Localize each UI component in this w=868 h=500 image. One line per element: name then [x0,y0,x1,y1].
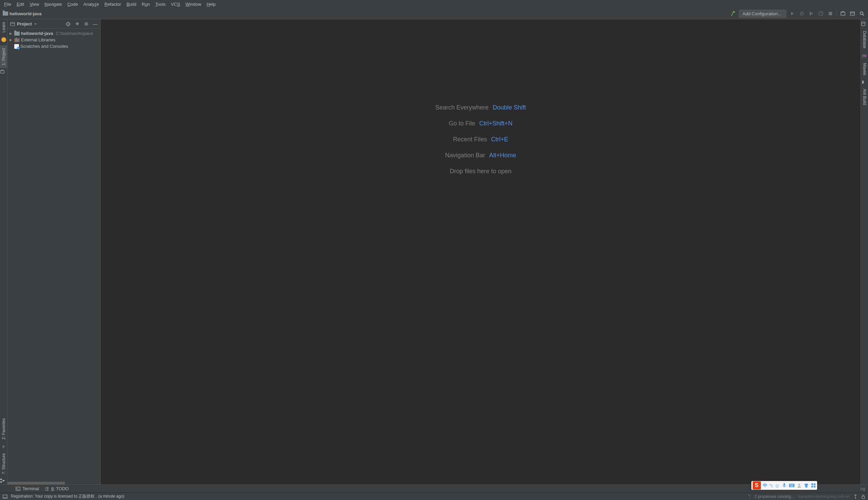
expand-arrow-icon[interactable]: ▶ [10,38,13,42]
run-button[interactable] [789,10,796,17]
ime-lang-button[interactable]: 中 [763,482,767,488]
run-config-dropdown[interactable]: Add Configuration... [739,10,786,18]
todo-tab[interactable]: 6: TODO [44,486,69,491]
menu-vcs[interactable]: VCS [168,0,183,8]
locate-icon[interactable] [66,21,71,27]
project-panel-title[interactable]: Project [17,21,32,26]
collapse-all-icon[interactable] [75,21,80,27]
expand-arrow-icon[interactable]: ▶ [10,32,13,35]
svg-line-5 [803,14,803,15]
search-everywhere-button[interactable] [858,10,865,17]
menu-tools[interactable]: Tools [153,0,168,8]
tree-libs-row[interactable]: ▶ External Libraries [8,37,100,43]
hint-goto-file: Go to File Ctrl+Shift+N [449,120,512,127]
debug-button[interactable] [799,10,805,17]
tree-root-name: helloworld-java [21,31,53,36]
profile-button[interactable] [818,10,824,17]
svg-rect-63 [855,495,856,496]
ime-emoji-button[interactable]: ☺ [775,483,780,488]
maven-tab[interactable]: Maven [861,60,868,78]
menu-build[interactable]: Build [124,0,139,8]
stop-button[interactable] [827,10,834,17]
svg-line-7 [821,13,822,13]
menu-view[interactable]: View [27,0,42,8]
structure-tab[interactable]: 7: Structure [0,451,7,477]
menu-help[interactable]: Help [204,0,218,8]
menu-edit[interactable]: Edit [14,0,27,8]
hide-icon[interactable]: — [93,21,98,27]
favorites-tab[interactable]: 2: Favorites [0,416,7,442]
menu-navigate[interactable]: Navigate [42,0,65,8]
ime-logo[interactable]: S [753,481,761,489]
ime-toolbox-button[interactable] [811,483,816,488]
chevron-down-icon[interactable]: ▼ [34,22,37,26]
tree-scratches-row[interactable]: Scratches and Consoles [8,43,100,49]
svg-line-36 [85,25,85,25]
menu-analyze[interactable]: Analyze [81,0,102,8]
svg-point-29 [86,23,87,24]
event-log-tab[interactable]: og [860,486,865,491]
project-panel-header: Project ▼ — [8,19,100,29]
menu-code[interactable]: Code [65,0,81,8]
svg-rect-77 [814,484,815,485]
hint-search-everywhere: Search Everywhere Double Shift [435,104,526,111]
tree-root-row[interactable]: ▶ helloworld-java C:\tools\workspace [8,30,100,37]
learn-icon [1,37,6,42]
hint-label: Recent Files [453,136,487,143]
ime-skin-button[interactable] [803,483,809,488]
menu-file[interactable]: File [1,0,14,8]
folder-icon [14,32,20,36]
svg-rect-67 [784,483,785,486]
coverage-button[interactable] [808,10,815,17]
svg-line-46 [863,81,864,81]
library-icon [14,38,20,42]
project-structure-button[interactable] [839,10,846,17]
project-tab[interactable]: 1: Project [0,45,7,68]
horizontal-scrollbar[interactable] [8,482,100,485]
lock-icon[interactable] [861,494,865,499]
svg-point-65 [855,497,856,499]
project-tree[interactable]: ▶ helloworld-java C:\tools\workspace ▶ E… [8,29,100,482]
tree-root-path: C:\tools\workspace [56,31,93,36]
menu-window[interactable]: Window [183,0,204,8]
ide-settings-button[interactable] [849,10,856,17]
hint-shortcut: Ctrl+Shift+N [479,120,512,127]
svg-rect-72 [792,485,792,485]
hint-label: Drop files here to open [450,168,511,175]
build-icon[interactable] [730,11,736,16]
scrollbar-thumb[interactable] [8,482,65,485]
svg-point-59 [750,497,751,497]
svg-point-23 [68,23,69,24]
editor-empty-area[interactable]: Search Everywhere Double Shift Go to Fil… [101,19,860,485]
menu-bar: File Edit View Navigate Code Analyze Ref… [0,0,868,8]
todo-icon [44,487,49,491]
svg-rect-10 [850,12,855,15]
svg-rect-39 [16,38,17,42]
svg-rect-69 [789,484,794,487]
watermark-text: huangdetooqkaming.blog.csdn.net [798,495,850,498]
menu-run[interactable]: Run [139,0,153,8]
database-tab[interactable]: Database [861,28,868,51]
svg-rect-17 [3,480,4,481]
terminal-tab[interactable]: Terminal [15,486,39,491]
ime-punct-button[interactable]: °ı [769,483,773,488]
todo-text: : TODO [54,486,68,491]
ime-user-button[interactable] [797,483,802,488]
gear-icon[interactable] [84,21,89,27]
svg-rect-8 [828,12,832,15]
menu-refactor[interactable]: Refactor [102,0,124,8]
ime-keyboard-button[interactable] [789,484,795,487]
ime-mic-button[interactable] [782,483,787,488]
hint-label: Go to File [449,120,475,127]
hint-recent-files: Recent Files Ctrl+E [453,136,508,143]
processes-status[interactable]: 2 processes running... [754,494,794,499]
svg-line-19 [2,481,3,482]
inspect-icon[interactable] [853,494,858,499]
ime-toolbar[interactable]: S 中 °ı ☺ [751,481,818,490]
svg-rect-76 [811,484,813,485]
breadcrumb[interactable]: helloworld-java [3,11,42,16]
ant-build-tab[interactable]: Ant Build [861,86,868,108]
status-icon[interactable] [3,494,8,499]
learn-tab[interactable]: Learn [0,19,7,35]
svg-line-13 [863,14,864,15]
